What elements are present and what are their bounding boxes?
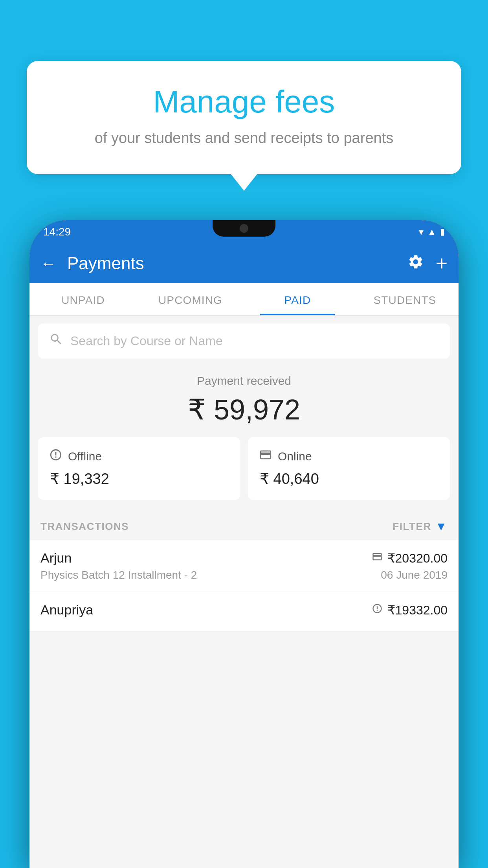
transaction-row-top: Arjun ₹20320.00 — [40, 550, 448, 566]
settings-icon[interactable] — [407, 254, 424, 274]
offline-label: Offline — [68, 450, 102, 463]
search-icon — [49, 332, 63, 350]
search-bar[interactable]: Search by Course or Name — [38, 324, 450, 359]
bubble-title: Manage fees — [48, 85, 440, 119]
offline-card: Offline ₹ 19,332 — [38, 437, 240, 500]
content-area: Search by Course or Name Payment receive… — [29, 316, 459, 631]
phone-screen: 14:29 ▾ ▲ ▮ ← Payments + — [29, 220, 459, 868]
transaction-description: Physics Batch 12 Installment - 2 — [40, 569, 197, 581]
transaction-name: Anupriya — [40, 602, 93, 618]
offline-amount: ₹ 19,332 — [49, 470, 229, 487]
transaction-amount: ₹20320.00 — [387, 551, 448, 566]
tab-students[interactable]: STUDENTS — [351, 283, 459, 315]
offline-card-header: Offline — [49, 448, 229, 465]
cash-payment-icon — [372, 603, 383, 617]
payment-received-label: Payment received — [40, 374, 448, 388]
transaction-row[interactable]: Anupriya ₹19332.00 — [29, 592, 459, 631]
signal-icon: ▲ — [427, 227, 436, 237]
bubble-subtitle: of your students and send receipts to pa… — [48, 128, 440, 149]
battery-icon: ▮ — [440, 227, 445, 237]
back-button[interactable]: ← — [40, 255, 56, 272]
online-label: Online — [278, 450, 312, 463]
front-camera — [240, 224, 248, 233]
tab-paid[interactable]: PAID — [244, 283, 351, 315]
status-time: 14:29 — [43, 226, 71, 238]
filter-button[interactable]: FILTER ▼ — [393, 520, 448, 533]
speech-bubble: Manage fees of your students and send re… — [27, 61, 461, 174]
card-payment-icon — [372, 551, 383, 565]
transaction-amount-wrap: ₹19332.00 — [372, 603, 448, 618]
search-input[interactable]: Search by Course or Name — [70, 334, 439, 348]
add-button[interactable]: + — [436, 252, 448, 275]
wifi-icon: ▾ — [419, 226, 424, 237]
app-bar: ← Payments + — [29, 244, 459, 283]
online-card-header: Online — [259, 448, 439, 465]
payment-received-amount: ₹ 59,972 — [40, 393, 448, 426]
filter-icon: ▼ — [435, 520, 448, 533]
offline-icon — [49, 448, 62, 465]
transaction-row-bottom: Physics Batch 12 Installment - 2 06 June… — [40, 569, 448, 581]
tabs-bar: UNPAID UPCOMING PAID STUDENTS — [29, 283, 459, 316]
online-icon — [259, 448, 272, 465]
transaction-name: Arjun — [40, 550, 72, 566]
app-bar-actions: + — [407, 252, 448, 275]
payment-received-section: Payment received ₹ 59,972 — [29, 359, 459, 437]
phone-notch — [213, 220, 275, 237]
transactions-header: TRANSACTIONS FILTER ▼ — [29, 511, 459, 540]
online-card: Online ₹ 40,640 — [248, 437, 450, 500]
transaction-date: 06 June 2019 — [381, 569, 448, 581]
status-icons: ▾ ▲ ▮ — [419, 226, 445, 237]
phone-frame: 14:29 ▾ ▲ ▮ ← Payments + — [29, 220, 459, 868]
transaction-amount: ₹19332.00 — [387, 603, 448, 618]
transaction-row-top: Anupriya ₹19332.00 — [40, 602, 448, 618]
transactions-label: TRANSACTIONS — [40, 520, 129, 533]
tab-unpaid[interactable]: UNPAID — [29, 283, 137, 315]
transaction-amount-wrap: ₹20320.00 — [372, 551, 448, 566]
online-amount: ₹ 40,640 — [259, 470, 439, 487]
transaction-row[interactable]: Arjun ₹20320.00 Physics Batch 12 Install… — [29, 540, 459, 592]
transaction-list: Arjun ₹20320.00 Physics Batch 12 Install… — [29, 540, 459, 631]
filter-label: FILTER — [393, 520, 431, 533]
app-bar-title: Payments — [67, 254, 396, 273]
payment-cards: Offline ₹ 19,332 Online ₹ 40,640 — [29, 437, 459, 511]
tab-upcoming[interactable]: UPCOMING — [137, 283, 244, 315]
